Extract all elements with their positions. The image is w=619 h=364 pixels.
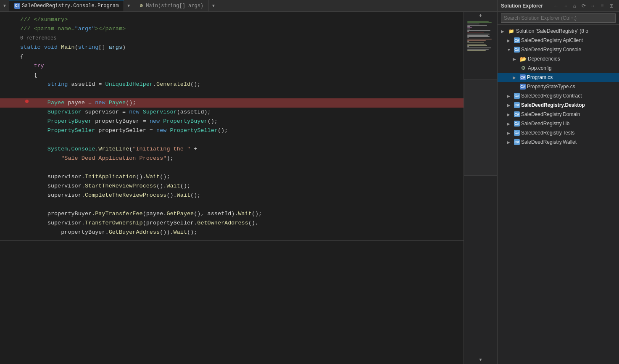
se-label: SaleDeedRegistry.Tests bbox=[521, 130, 574, 136]
se-btn-grid[interactable]: ⊞ bbox=[607, 2, 616, 10]
minimap-line bbox=[467, 37, 469, 38]
code-line: "Sale Deed Application Process"); bbox=[0, 154, 464, 163]
code-area[interactable]: /// </summary> /// <param name="args"></… bbox=[0, 12, 464, 364]
type-token: Payee bbox=[47, 100, 65, 106]
minimap-line bbox=[467, 25, 487, 26]
minimap-line bbox=[467, 41, 469, 42]
expand-icon: ▶ bbox=[507, 38, 513, 43]
se-item-solution[interactable]: ▶ 📁 Solution 'SaleDeedRegistry' (8 o bbox=[498, 26, 619, 36]
se-btn-back[interactable]: ← bbox=[552, 2, 560, 10]
kw-token: string bbox=[78, 44, 99, 50]
se-search bbox=[498, 12, 619, 25]
method-token: Wait bbox=[146, 174, 160, 180]
se-search-input[interactable] bbox=[501, 13, 616, 23]
line-content: /// <param name="args"></param> bbox=[20, 24, 126, 34]
code-line: { bbox=[0, 71, 464, 80]
se-title: Solution Explorer bbox=[501, 3, 543, 9]
line-content bbox=[20, 200, 24, 209]
csharp-icon: C# bbox=[514, 102, 520, 108]
tab-program-cs[interactable]: C# SaleDeedRegistry.Console.Program bbox=[9, 0, 124, 11]
se-item-apiclient[interactable]: ▶ C# SaleDeedRegistry.ApiClient bbox=[498, 36, 619, 45]
code-line bbox=[0, 163, 464, 172]
expand-icon: ▶ bbox=[513, 57, 519, 61]
expand-icon: ▶ bbox=[507, 140, 513, 145]
se-item-lib[interactable]: ▶ C# SaleDeedRegistry.Lib bbox=[498, 119, 619, 128]
se-item-appconfig[interactable]: ⚙ App.config bbox=[498, 63, 619, 73]
type-token: PropertySeller bbox=[170, 127, 217, 134]
minimap-line bbox=[467, 31, 469, 32]
type-token: PropertySeller bbox=[47, 127, 95, 134]
minimap-viewport bbox=[464, 79, 497, 176]
se-item-tests[interactable]: ▶ C# SaleDeedRegistry.Tests bbox=[498, 128, 619, 137]
minimap-line bbox=[467, 44, 486, 45]
tab-bar: ▼ C# SaleDeedRegistry.Console.Program ▼ … bbox=[0, 0, 497, 12]
se-item-desktop[interactable]: ▶ C# SaleDeedRegistry.Desktop bbox=[498, 100, 619, 110]
line-content: supervisor.InitApplication().Wait(); bbox=[20, 172, 170, 182]
kw-token: void bbox=[44, 44, 58, 50]
method-token: StartTheReviewProcess bbox=[85, 183, 156, 189]
se-item-console[interactable]: ▼ C# SaleDeedRegistry.Console bbox=[498, 45, 619, 54]
right-dropdown[interactable]: ▼ bbox=[209, 0, 218, 11]
line-content: 0 references bbox=[20, 34, 56, 43]
bottom-scrollbar[interactable] bbox=[0, 240, 464, 245]
method-token: Main bbox=[61, 44, 74, 50]
minimap-line bbox=[467, 22, 492, 23]
minimap-line bbox=[467, 46, 469, 47]
code-line: try bbox=[0, 61, 464, 71]
tab2-label: Main(string[] args) bbox=[146, 3, 203, 9]
line-content: string assetId = UniqueIdHelper.Generate… bbox=[20, 80, 200, 89]
expand-icon: ▶ bbox=[507, 103, 513, 108]
se-item-programcs[interactable]: ▶ C# Program.cs bbox=[498, 73, 619, 82]
se-btn-expand[interactable]: ↔ bbox=[589, 2, 597, 10]
minimap-line bbox=[467, 42, 484, 43]
code-line: supervisor.TransferOwnership(propertySel… bbox=[0, 219, 464, 228]
se-label: Dependencies bbox=[528, 56, 560, 62]
se-label: SaleDeedRegistry.Domain bbox=[521, 111, 580, 117]
minimap-content bbox=[464, 19, 497, 53]
se-item-contract[interactable]: ▶ C# SaleDeedRegistry.Contract bbox=[498, 91, 619, 100]
csharp-icon: C# bbox=[514, 121, 520, 127]
minimap-line bbox=[467, 29, 470, 29]
code-line: propertyBuyer.PayTransferFee(payee.GetPa… bbox=[0, 209, 464, 219]
line-content bbox=[20, 135, 24, 145]
se-btn-sync[interactable]: ⟳ bbox=[579, 2, 588, 10]
method-token: Wait bbox=[174, 229, 187, 235]
string-token: "Sale Deed Application Process" bbox=[61, 155, 166, 161]
minimap-line bbox=[467, 30, 490, 31]
code-line bbox=[0, 200, 464, 209]
se-btn-home[interactable]: ⌂ bbox=[570, 2, 579, 10]
minimap-line bbox=[467, 47, 491, 48]
line-content: supervisor.TransferOwnership(propertySel… bbox=[20, 219, 258, 228]
se-btn-menu[interactable]: ≡ bbox=[598, 2, 606, 10]
code-line: 0 references bbox=[0, 34, 464, 43]
se-label: PropertyStateType.cs bbox=[527, 84, 575, 90]
left-dropdown[interactable]: ▼ bbox=[0, 0, 9, 11]
line-content: supervisor.StartTheReviewProcess().Wait(… bbox=[20, 182, 190, 191]
se-label: SaleDeedRegistry.Contract bbox=[521, 93, 582, 99]
line-content bbox=[20, 89, 24, 98]
line-content: propertyBuyer.GetBuyerAddress()).Wait(); bbox=[20, 228, 197, 237]
minimap-line bbox=[467, 39, 492, 40]
tab-main-args[interactable]: ⚙ Main(string[] args) bbox=[133, 0, 209, 11]
se-item-wallet[interactable]: ▶ C# SaleDeedRegistry.Wallet bbox=[498, 137, 619, 147]
se-item-dependencies[interactable]: ▶ 📂 Dependencies bbox=[498, 54, 619, 63]
type-token: Supervisor bbox=[143, 109, 177, 115]
solution-explorer: Solution Explorer ← → ⌂ ⟳ ↔ ≡ ⊞ ▶ 📁 Solu… bbox=[497, 0, 619, 364]
se-item-domain[interactable]: ▶ C# SaleDeedRegistry.Domain bbox=[498, 110, 619, 119]
minimap[interactable]: + bbox=[464, 12, 497, 364]
line-number bbox=[0, 100, 20, 106]
expand-icon bbox=[513, 66, 519, 71]
minimap-scroll-down[interactable]: ▼ bbox=[464, 358, 497, 363]
minimap-scroll-up[interactable]: + bbox=[464, 12, 497, 19]
expand-icon bbox=[513, 84, 519, 89]
se-btn-forward[interactable]: → bbox=[561, 2, 569, 10]
se-item-propertystatetype[interactable]: C# PropertyStateType.cs bbox=[498, 82, 619, 91]
line-content: /// </summary> bbox=[20, 15, 68, 24]
se-label: SaleDeedRegistry.Wallet bbox=[521, 139, 577, 145]
solution-icon: 📁 bbox=[508, 28, 515, 34]
code-line: supervisor.CompleteTheReviewProcess().Wa… bbox=[0, 191, 464, 200]
method-token: TransferOwnership bbox=[85, 220, 143, 226]
csharp-icon: C# bbox=[514, 37, 520, 43]
minimap-line bbox=[467, 35, 488, 36]
middle-dropdown[interactable]: ▼ bbox=[124, 0, 133, 11]
